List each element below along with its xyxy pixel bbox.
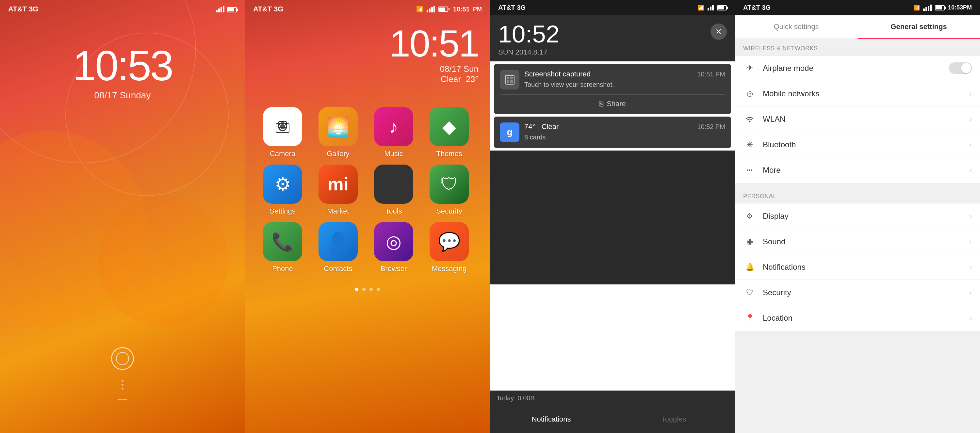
contacts-label: Contacts (324, 265, 353, 273)
notif-card-screenshot[interactable]: Screenshot captured 10:51 PM Touch to vi… (494, 64, 731, 114)
svg-rect-7 (507, 80, 509, 83)
settings-status-bar: AT&T 3G 📶 10:53PM (735, 0, 980, 15)
ls-battery-icon (227, 6, 237, 13)
notifications-chevron-icon: › (969, 263, 972, 272)
airplane-label: Airplane mode (763, 64, 942, 73)
bg-circle-4 (98, 196, 229, 327)
svg-point-9 (749, 121, 751, 122)
tab-notifications[interactable]: Notifications (490, 406, 612, 432)
unlock-button[interactable] (111, 347, 134, 370)
tools-label: Tools (385, 207, 402, 216)
settings-item-bluetooth[interactable]: ✳ Bluetooth › (735, 132, 980, 157)
notif-weather-header: 74° - Clear 10:52 PM (524, 122, 725, 131)
phone-icon: 📞 (263, 222, 302, 261)
notif-weather-sub: 8 cards (524, 133, 725, 141)
notif-card-weather[interactable]: g 74° - Clear 10:52 PM 8 cards (494, 117, 731, 148)
page-dot-1 (355, 288, 358, 291)
hs-battery-icon (438, 6, 448, 12)
app-browser[interactable]: ◎ Browser (369, 222, 418, 273)
notif-footer: Today: 0.00B Notifications Toggles (490, 390, 735, 433)
notif-card-weather-content: g 74° - Clear 10:52 PM 8 cards (500, 122, 725, 142)
settings-signal-icon (923, 5, 932, 11)
airplane-icon: ✈ (743, 63, 756, 73)
music-icon: ♪ (374, 107, 413, 146)
settings-label: Settings (269, 207, 296, 216)
app-market[interactable]: mi Market (313, 165, 363, 216)
notif-weather-time: 10:52 PM (697, 123, 725, 131)
notif-share-button[interactable]: ⎘ Share (500, 94, 725, 108)
app-phone[interactable]: 📞 Phone (258, 222, 307, 273)
airplane-toggle[interactable] (949, 62, 972, 74)
browser-label: Browser (380, 265, 407, 273)
themes-icon: ◆ (430, 107, 469, 146)
app-contacts[interactable]: 👤 Contacts (313, 222, 363, 273)
tab-general-settings[interactable]: General settings (858, 15, 980, 39)
settings-time: 10:53PM (948, 4, 972, 11)
settings-item-mobile[interactable]: ◎ Mobile networks › (735, 81, 980, 106)
settings-item-location[interactable]: 📍 Location › (735, 305, 980, 331)
settings-item-sound[interactable]: ◉ Sound › (735, 229, 980, 254)
homescreen-date: 08/17 Sun (245, 64, 479, 74)
settings-status-icons: 📶 10:53PM (913, 4, 972, 11)
display-chevron-icon: › (969, 212, 972, 221)
security-chevron-icon: › (969, 288, 972, 297)
settings-tab-bar: Quick settings General settings (735, 15, 980, 39)
page-dot-4 (377, 288, 380, 291)
page-dot-2 (362, 288, 366, 291)
camera-icon (263, 107, 302, 146)
ls-status-icons (216, 6, 237, 13)
notif-tab-bar: Notifications Toggles (490, 406, 735, 432)
hs-wifi-icon: 📶 (416, 6, 423, 13)
settings-item-more[interactable]: ••• More › (735, 157, 980, 183)
music-label: Music (384, 149, 403, 158)
notif-signal-icon (708, 5, 714, 10)
app-messaging[interactable]: 💬 Messaging (425, 222, 474, 273)
bluetooth-chevron-icon: › (969, 140, 972, 149)
settings-item-wlan[interactable]: WLAN › (735, 106, 980, 132)
app-camera[interactable]: Camera (258, 107, 307, 158)
notif-empty-space (490, 151, 735, 284)
notif-carrier: AT&T 3G (498, 4, 526, 11)
messaging-icon: 💬 (430, 222, 469, 261)
settings-item-display[interactable]: ⚙ Display › (735, 203, 980, 229)
svg-point-1 (280, 124, 285, 129)
notif-screenshot-body: Touch to view your screenshot. (524, 81, 725, 89)
lockscreen-time-area: 10:53 08/17 Sunday (0, 44, 245, 101)
notif-wifi-icon: 📶 (698, 5, 704, 11)
notif-time-area: 10:52 SUN 2014.8.17 (498, 22, 560, 57)
app-gallery[interactable]: 🌅 Gallery (313, 107, 363, 158)
app-settings[interactable]: ⚙ Settings (258, 165, 307, 216)
settings-item-airplane[interactable]: ✈ Airplane mode (735, 56, 980, 81)
wlan-chevron-icon: › (969, 115, 972, 124)
ls-signal-icon (216, 6, 224, 13)
wireless-settings-group: ✈ Airplane mode ◎ Mobile networks › WLAN… (735, 55, 980, 183)
notifications-icon: 🔔 (743, 263, 756, 271)
notif-close-button[interactable]: ✕ (711, 24, 727, 40)
app-security[interactable]: 🛡 Security (425, 165, 474, 216)
notif-status-bar: AT&T 3G 📶 (490, 0, 735, 15)
notif-screenshot-title: Screenshot captured (524, 70, 590, 78)
wlan-label: WLAN (763, 115, 963, 124)
app-tools[interactable]: Tools (369, 165, 418, 216)
themes-label: Themes (436, 149, 462, 158)
settings-item-notifications[interactable]: 🔔 Notifications › (735, 254, 980, 280)
hs-time-status: 10:51 (453, 6, 470, 13)
messaging-label: Messaging (432, 265, 466, 273)
settings-wifi-icon: 📶 (913, 5, 920, 11)
app-music[interactable]: ♪ Music (369, 107, 418, 158)
settings-item-security[interactable]: 🛡 Security › (735, 280, 980, 305)
more-chevron-icon: › (969, 166, 972, 175)
tab-quick-settings[interactable]: Quick settings (735, 15, 858, 38)
display-icon: ⚙ (743, 212, 756, 220)
settings-panel: AT&T 3G 📶 10:53PM Quick settings General… (735, 0, 980, 433)
sound-label: Sound (763, 237, 963, 246)
display-label: Display (763, 212, 963, 221)
unlock-inner-ring (116, 352, 129, 365)
app-themes[interactable]: ◆ Themes (425, 107, 474, 158)
contacts-icon: 👤 (318, 222, 358, 261)
phone-label: Phone (272, 265, 293, 273)
tab-toggles[interactable]: Toggles (612, 406, 735, 432)
wlan-icon (743, 116, 756, 123)
lockscreen-dots (121, 380, 124, 390)
security-settings-icon: 🛡 (743, 288, 756, 297)
